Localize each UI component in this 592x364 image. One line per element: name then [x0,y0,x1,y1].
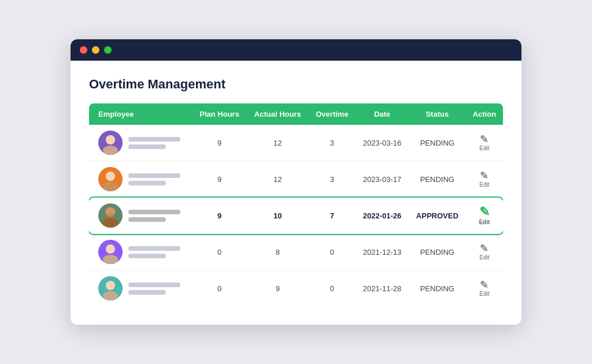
col-plan-hours: Plan Hours [193,103,247,125]
edit-label[interactable]: Edit [479,181,489,188]
overtime-table-wrap: Employee Plan Hours Actual Hours Overtim… [89,103,503,306]
edit-label[interactable]: Edit [479,219,490,225]
employee-name-lines [128,210,180,222]
employee-cell [89,125,193,161]
actual-hours: 12 [247,125,309,161]
date: 2021-11-28 [356,270,409,307]
employee-name-lines [128,283,180,295]
edit-label[interactable]: Edit [479,254,489,261]
employee-cell [89,161,193,198]
plan-hours: 9 [193,161,247,198]
overtime: 7 [309,198,356,234]
plan-hours: 0 [193,270,247,307]
col-status: Status [409,103,466,125]
employee-cell [89,270,193,307]
col-date: Date [356,103,409,125]
employee-name-lines [128,137,180,149]
edit-icon[interactable]: ✎ [480,134,489,144]
avatar [98,167,123,191]
table-row: 0 8 0 2021-12-13 PENDING ✎ Edit [89,234,503,270]
date: 2022-01-26 [356,198,409,234]
table-row-highlighted: 9 10 7 2022-01-26 APPROVED ✎ Edit [89,198,503,234]
edit-icon[interactable]: ✎ [479,206,490,218]
edit-label[interactable]: Edit [479,145,489,151]
name-line-1 [128,283,180,287]
close-dot[interactable] [80,46,87,54]
table-row: 9 12 3 2023-03-16 PENDING ✎ Edit [89,125,503,161]
overtime: 3 [309,161,356,198]
edit-icon[interactable]: ✎ [480,243,489,254]
status: APPROVED [409,198,466,234]
maximize-dot[interactable] [104,46,112,54]
avatar [98,203,123,228]
svg-point-5 [106,172,115,181]
status: PENDING [409,234,466,270]
svg-point-2 [103,146,118,155]
plan-hours: 9 [193,198,247,234]
overtime: 3 [309,125,356,161]
name-line-2 [128,181,166,185]
action-cell: ✎ Edit [466,270,503,307]
table-row: 0 9 0 2021-11-28 PENDING ✎ Edit [89,270,503,307]
overtime: 0 [309,270,356,307]
title-bar [71,39,521,61]
col-actual-hours: Actual Hours [247,103,309,125]
actual-hours: 9 [247,270,309,307]
avatar [98,276,123,300]
col-action: Action [466,103,503,125]
employee-cell [89,198,193,234]
name-line-1 [128,137,180,142]
action-cell: ✎ Edit [466,161,503,198]
main-content: Overtime Management Employee Plan Hours … [71,61,521,325]
page-title: Overtime Management [89,77,503,92]
name-line-2 [128,254,166,258]
svg-point-13 [106,244,115,254]
date: 2021-12-13 [356,234,409,270]
action-cell: ✎ Edit [466,234,503,270]
plan-hours: 0 [193,234,247,270]
col-employee: Employee [89,103,193,125]
edit-icon[interactable]: ✎ [480,280,489,290]
employee-cell [89,234,193,270]
avatar [98,240,123,264]
overtime: 0 [309,234,356,270]
svg-point-17 [103,291,118,300]
actual-hours: 10 [247,198,309,234]
name-line-1 [128,210,180,214]
minimize-dot[interactable] [92,46,99,54]
status: PENDING [409,161,466,198]
app-window: Overtime Management Employee Plan Hours … [71,39,521,325]
svg-point-16 [106,281,115,290]
actual-hours: 12 [247,161,309,198]
svg-point-6 [103,182,118,191]
edit-label[interactable]: Edit [479,291,489,297]
date: 2023-03-17 [356,161,409,198]
status: PENDING [409,270,466,307]
avatar [98,131,123,155]
table-header: Employee Plan Hours Actual Hours Overtim… [89,103,503,125]
plan-hours: 9 [193,125,247,161]
col-overtime: Overtime [309,103,356,125]
svg-point-11 [106,213,114,218]
actual-hours: 8 [247,234,309,270]
date: 2023-03-16 [356,125,409,161]
action-cell: ✎ Edit [466,125,503,161]
edit-icon[interactable]: ✎ [480,170,489,181]
overtime-table: Employee Plan Hours Actual Hours Overtim… [89,103,503,306]
svg-point-14 [103,255,118,264]
status: PENDING [409,125,466,161]
name-line-1 [128,246,180,251]
employee-name-lines [128,246,180,258]
name-line-2 [128,217,166,222]
table-row: 9 12 3 2023-03-17 PENDING ✎ Edit [89,161,503,198]
name-line-1 [128,173,180,178]
employee-name-lines [128,173,180,185]
name-line-2 [128,290,166,295]
action-cell: ✎ Edit [466,198,503,234]
table-body: 9 12 3 2023-03-16 PENDING ✎ Edit [89,125,503,306]
name-line-2 [128,144,166,149]
svg-point-3 [106,135,115,144]
